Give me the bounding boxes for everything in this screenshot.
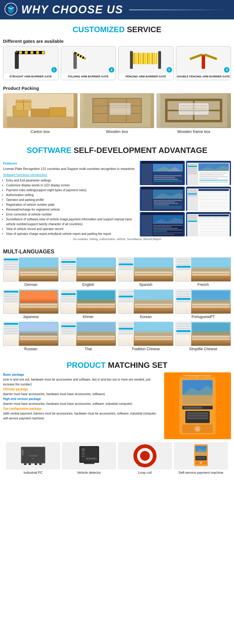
sw-screenshot-3: [140, 187, 185, 211]
svg-point-211: [200, 462, 202, 464]
lang-item-japanese: Japanese: [3, 290, 59, 320]
svg-rect-191: [82, 454, 85, 455]
svg-rect-153: [199, 225, 228, 226]
intro-label: Software functions introduction:: [3, 173, 137, 178]
svg-rect-197: [94, 458, 95, 459]
sw-screenshot-2: [186, 161, 231, 185]
industrial-pc-img: Industrial PC: [6, 442, 60, 469]
gate-img-3: 3: [119, 46, 173, 74]
svg-rect-119: [199, 202, 228, 204]
gate-num-1: 1: [51, 67, 57, 73]
language-section: MULT-LANGUAGES German English Spanish: [0, 243, 234, 352]
lang-label-spanish: Spanish: [118, 282, 174, 288]
svg-text:Parking Management System: Parking Management System: [184, 375, 212, 377]
svg-rect-8: [39, 51, 42, 54]
svg-rect-135: [153, 234, 174, 235]
svg-rect-198: [84, 463, 95, 464]
svg-rect-129: [153, 225, 182, 226]
svg-rect-159: [199, 234, 228, 235]
svg-rect-132: [153, 229, 182, 230]
gate-item-4: 4 DOUBLE FENCING ARM BARRIER GATE: [176, 46, 231, 80]
gate-label-2: FOLDING ARM BARRIER GATE: [61, 74, 116, 80]
svg-point-9: [16, 50, 18, 53]
gate-item-3: 3 FENCING ARM BARRIER GATE: [118, 46, 174, 80]
func-4: Authorization setting: [6, 193, 137, 198]
loop-coil-img: [118, 442, 172, 469]
svg-rect-208: [196, 457, 205, 458]
func-10: View of vehicle record and operator reco…: [6, 227, 137, 232]
svg-rect-58: [179, 103, 209, 115]
func-3: Payment rules setting(support eight type…: [6, 188, 137, 193]
gate-item-1: 1 STRAIGHT ARM BARRIER GATE: [3, 46, 58, 80]
lang-item-russian: Russian: [3, 322, 59, 352]
svg-rect-113: [199, 192, 228, 193]
gate-num-3: 3: [167, 67, 172, 73]
svg-rect-194: [86, 458, 88, 459]
product-text: Basic package (one in and one out, hardw…: [3, 372, 161, 439]
func-11: View of operator charge report,entry&exi…: [6, 232, 137, 236]
bottom-payment-machine: Self-service payment machine: [174, 442, 228, 476]
basic-package-title: Basic package: [3, 373, 24, 376]
svg-rect-114: [199, 193, 228, 195]
func-8: Error correction of vehicle number: [6, 212, 137, 217]
svg-rect-169: [187, 415, 208, 417]
lang-screen-korean: [118, 290, 174, 314]
software-title: SOFTWARE SELF-DEVELOPMENT ADVANTAGE: [0, 140, 234, 158]
svg-rect-89: [199, 178, 218, 179]
lang-item-german: German: [3, 257, 59, 288]
svg-rect-14: [130, 51, 133, 69]
svg-rect-130: [153, 226, 171, 227]
svg-rect-103: [154, 208, 182, 208]
sw-caption: Six modules, Setting, Authorization, Veh…: [3, 236, 231, 243]
lang-screen-thai: [60, 322, 116, 346]
highend-package-desc: (barrier must have accessories, hardware…: [3, 402, 132, 405]
lang-grid: German English Spanish French: [3, 257, 231, 352]
svg-rect-154: [199, 226, 228, 227]
basic-package-desc: (one in and one out, hardware must be ac…: [3, 378, 150, 386]
svg-rect-177: [22, 450, 23, 451]
lang-label-french: French: [175, 282, 231, 288]
payment-machine-img: E Parking Management System: [164, 372, 231, 439]
svg-text:Industrial: Industrial: [29, 455, 38, 457]
svg-rect-151: [199, 222, 228, 223]
gate-num-4: 4: [224, 67, 229, 73]
svg-rect-5: [22, 51, 25, 54]
carton-img: [3, 93, 77, 128]
features-desc: License Plate Recognition 121 countries …: [3, 167, 137, 171]
payment-machine-bottom-img: [174, 442, 228, 469]
svg-rect-166: [184, 406, 202, 409]
svg-rect-78: [188, 166, 197, 167]
svg-rect-140: [188, 217, 197, 218]
lang-item-thai: Thai: [60, 322, 116, 352]
gate-num-2: 2: [109, 67, 114, 73]
svg-rect-42: [49, 107, 66, 117]
bottom-vehicle-detector: Vehicle detector: [62, 442, 116, 476]
gate-label-3: FENCING ARM BARRIER GATE: [119, 74, 173, 80]
svg-rect-115: [199, 195, 228, 196]
header-logo: [4, 2, 18, 17]
svg-rect-28: [143, 53, 144, 64]
func-5: Operator and parking profile: [6, 198, 137, 202]
header: WHY CHOOSE US: [0, 0, 234, 19]
lang-screen-german: [3, 257, 59, 282]
svg-rect-142: [188, 221, 197, 222]
svg-rect-94: [142, 190, 152, 210]
top-package-desc: (with central payment, barriers must be …: [3, 412, 157, 420]
lang-screen-japanese: [3, 290, 59, 314]
svg-rect-134: [153, 232, 182, 233]
gate-label-1: STRAIGHT ARM BARRIER GATE: [3, 74, 58, 80]
lang-screen-french: [175, 257, 231, 282]
svg-rect-36: [204, 53, 217, 60]
func-6: Registration of vehicle number plate: [6, 202, 137, 207]
svg-rect-27: [139, 53, 139, 64]
svg-rect-29: [148, 53, 148, 64]
svg-rect-152: [199, 223, 228, 224]
lang-item-korean: Korean: [118, 290, 174, 320]
sw-screenshot-4: [186, 187, 231, 211]
svg-rect-91: [199, 181, 228, 183]
svg-rect-139: [188, 215, 197, 216]
svg-rect-7: [33, 51, 36, 54]
software-functions-list: Entry and Exit parameter settings Custom…: [3, 178, 137, 236]
svg-rect-117: [199, 199, 228, 200]
lang-label-portuguese: PortuguesePT: [175, 314, 231, 320]
